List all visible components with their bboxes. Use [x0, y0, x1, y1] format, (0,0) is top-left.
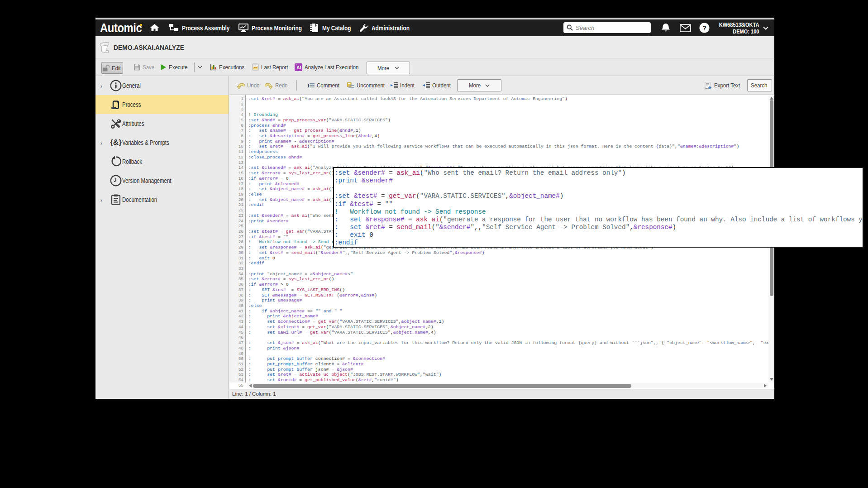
svg-text:AI: AI — [296, 65, 301, 70]
svg-text:?: ? — [702, 24, 706, 32]
svg-text:I: I — [307, 82, 310, 88]
